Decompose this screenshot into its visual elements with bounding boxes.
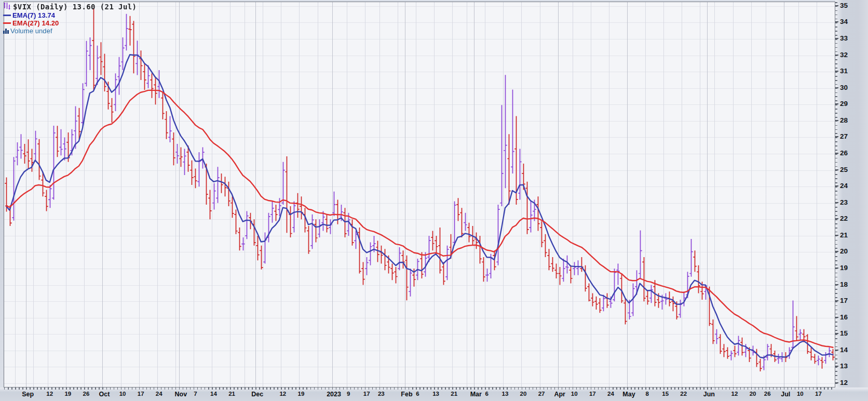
y-axis-label: 35 [840, 2, 848, 10]
x-axis-week-label: 20 [750, 391, 756, 397]
legend-row-ema27: EMA(27) 14.20 [3, 19, 137, 27]
x-axis-week-label: 10 [571, 391, 578, 397]
y-axis-label: 15 [840, 329, 848, 338]
x-axis-week-label: 21 [228, 391, 235, 397]
x-axis-week-label: 12 [279, 391, 286, 397]
x-axis-week-label: 17 [363, 391, 370, 397]
x-axis-month-label: 2023 [327, 391, 341, 398]
volume-bars-icon [3, 29, 9, 34]
y-axis-label: 27 [840, 132, 848, 141]
y-axis-label: 13 [840, 362, 848, 370]
x-axis-week-label: 13 [432, 391, 439, 397]
x-axis-week-label: 24 [156, 391, 162, 397]
price-plot-area [4, 2, 835, 387]
x-axis-week-label: 19 [64, 391, 71, 397]
legend-row-ema7: EMA(7) 13.74 [3, 11, 137, 19]
x-axis-week-label: 6 [485, 391, 489, 397]
y-axis-label: 24 [840, 182, 848, 190]
x-axis-month-label: Mar [470, 391, 482, 398]
y-axis-label: 29 [840, 100, 848, 108]
x-axis-week-label: 15 [662, 391, 669, 397]
x-axis-week-label: 10 [797, 391, 804, 397]
x-axis-week-label: 7 [194, 391, 197, 397]
sharpchart-icon [3, 2, 11, 12]
x-axis-week-label: 27 [538, 391, 545, 397]
stockchart-window: 1213141516171819202122232425262728293031… [0, 0, 868, 401]
x-axis-month-label: Feb [401, 391, 412, 398]
y-axis-label: 28 [840, 116, 848, 125]
x-axis-week-label: 26 [83, 391, 89, 397]
x-axis-week-label: 12 [46, 391, 53, 397]
x-axis-week-label: 17 [815, 391, 822, 397]
y-axis-label: 18 [840, 280, 848, 289]
x-axis-week-label: 20 [520, 391, 527, 397]
price-chart-canvas[interactable] [4, 2, 835, 387]
x-axis-month-label: Apr [554, 391, 565, 398]
y-axis-label: 32 [840, 51, 848, 59]
y-axis-label: 21 [840, 231, 848, 239]
chart-legend: $VIX (Daily) 13.60 (21 Jul) EMA(7) 13.74… [3, 2, 137, 35]
x-axis-month-label: Oct [99, 391, 110, 398]
y-axis-price-scale: 1213141516171819202122232425262728293031… [835, 0, 868, 387]
ema27-line-swatch [3, 22, 11, 24]
x-axis-week-label: 21 [451, 391, 457, 397]
y-axis-label: 16 [840, 313, 848, 322]
x-axis-month-label: May [622, 391, 635, 398]
x-axis-week-label: 23 [378, 391, 385, 397]
y-axis-label: 25 [840, 166, 848, 174]
y-axis-label: 26 [840, 149, 848, 157]
legend-row-volume: Volume undef [3, 27, 137, 35]
x-axis-week-label: 9 [347, 391, 350, 397]
x-axis-week-label: 22 [680, 391, 687, 397]
y-axis-label: 20 [840, 247, 848, 256]
x-axis-week-label: 10 [119, 391, 126, 397]
y-axis-label: 23 [840, 198, 848, 207]
y-axis-label: 19 [840, 264, 848, 272]
y-axis-label: 33 [840, 34, 848, 43]
x-axis-month-label: Dec [251, 391, 263, 398]
x-axis-week-label: 6 [416, 391, 419, 397]
y-axis-label: 31 [840, 67, 848, 75]
x-axis-week-label: 24 [607, 391, 614, 397]
x-axis-month-label: Jul [781, 391, 790, 398]
x-axis-month-label: Sep [22, 391, 34, 398]
y-axis-label: 22 [840, 215, 848, 223]
legend-ema7-label: EMA(7) 13.74 [12, 11, 55, 19]
x-axis-week-label: 13 [502, 391, 509, 397]
x-axis-month-label: Nov [175, 391, 187, 398]
y-axis-label: 34 [840, 18, 848, 26]
x-axis-week-label: 8 [645, 391, 648, 397]
chart-title-row: $VIX (Daily) 13.60 (21 Jul) [3, 2, 137, 11]
x-axis-week-label: 12 [731, 391, 738, 397]
y-axis-label: 17 [840, 297, 848, 305]
x-axis-week-label: 19 [298, 391, 305, 397]
y-axis-label: 14 [840, 346, 848, 354]
x-axis-date-scale: Sep121926Oct101724Nov71421Dec12192023917… [0, 387, 868, 401]
legend-ema27-label: EMA(27) 14.20 [12, 19, 59, 27]
y-axis-label: 30 [840, 84, 848, 92]
legend-volume-label: Volume undef [10, 27, 52, 35]
ema7-line-swatch [3, 15, 11, 16]
x-axis-week-label: 26 [764, 391, 771, 397]
x-axis-week-label: 17 [589, 391, 596, 397]
x-axis-month-label: Jun [703, 391, 715, 398]
x-axis-week-label: 14 [210, 391, 217, 397]
x-axis-week-label: 17 [138, 391, 144, 397]
chart-title: $VIX (Daily) 13.60 (21 Jul) [13, 3, 137, 11]
y-axis-label: 12 [840, 379, 848, 387]
